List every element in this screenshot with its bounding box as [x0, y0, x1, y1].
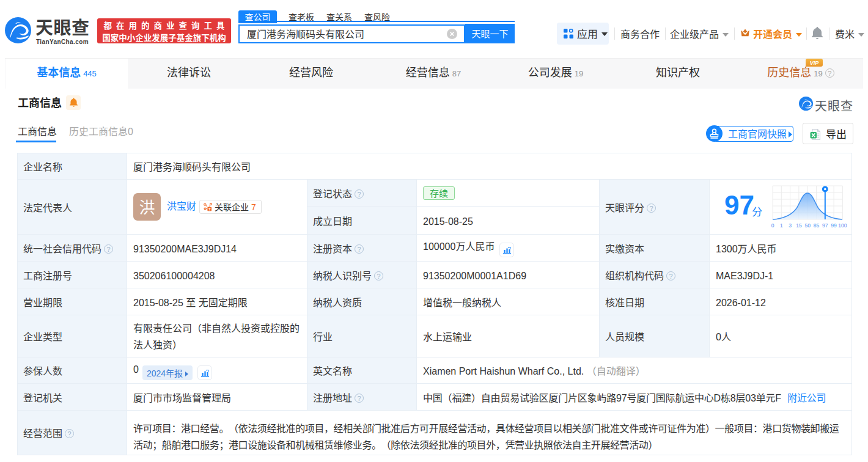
svg-text:100: 100 [838, 222, 847, 229]
svg-text:0: 0 [771, 222, 774, 229]
svg-text:3: 3 [789, 222, 792, 229]
svg-text:85: 85 [814, 222, 820, 229]
svg-text:97: 97 [822, 222, 828, 229]
svg-text:15: 15 [796, 222, 802, 229]
svg-text:50: 50 [804, 222, 811, 229]
svg-text:1: 1 [780, 222, 783, 229]
svg-text:99: 99 [831, 222, 837, 229]
